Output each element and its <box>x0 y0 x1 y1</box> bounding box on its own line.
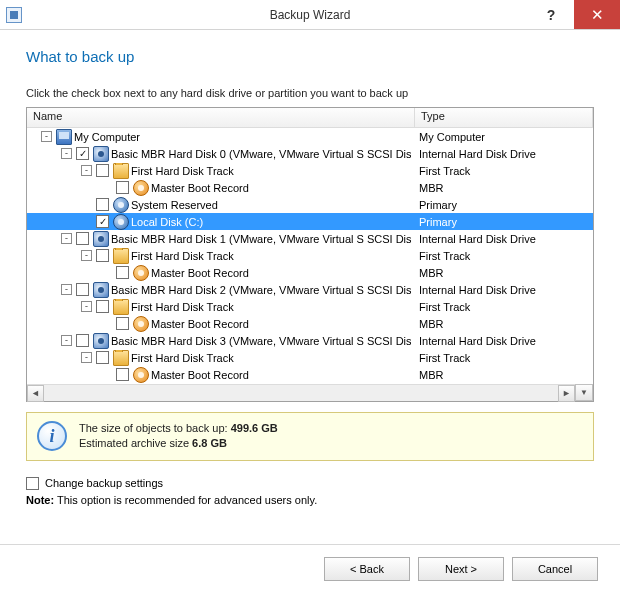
instruction-text: Click the check box next to any hard dis… <box>26 87 594 99</box>
cancel-button[interactable]: Cancel <box>512 557 598 581</box>
scroll-down-button[interactable]: ▼ <box>575 384 593 401</box>
expand-toggle[interactable]: - <box>81 165 92 176</box>
note-row: Note: This option is recommended for adv… <box>26 494 594 506</box>
disk-tree: Name Type -My ComputerMy Computer-Basic … <box>26 107 594 402</box>
tree-checkbox[interactable] <box>116 368 129 381</box>
tree-item-type: MBR <box>415 369 593 381</box>
expand-toggle[interactable]: - <box>81 352 92 363</box>
tree-row[interactable]: -First Hard Disk TrackFirst Track <box>27 349 593 366</box>
tree-item-type: MBR <box>415 182 593 194</box>
tree-item-type: First Track <box>415 165 593 177</box>
expand-toggle[interactable]: - <box>61 284 72 295</box>
tree-item-label: Basic MBR Hard Disk 2 (VMware, VMware Vi… <box>111 284 411 296</box>
close-button[interactable]: ✕ <box>574 0 620 29</box>
titlebar: Backup Wizard ? ✕ <box>0 0 620 30</box>
tree-row[interactable]: Master Boot RecordMBR <box>27 315 593 332</box>
info-archive-value: 6.8 GB <box>192 437 227 449</box>
folder-icon <box>113 299 129 315</box>
mbr-icon <box>133 367 149 383</box>
tree-item-label: Local Disk (C:) <box>131 216 203 228</box>
tree-checkbox[interactable] <box>116 266 129 279</box>
info-size-label: The size of objects to back up: <box>79 422 231 434</box>
info-panel: The size of objects to back up: 499.6 GB… <box>26 412 594 461</box>
expand-toggle[interactable]: - <box>81 301 92 312</box>
column-header-name[interactable]: Name <box>27 108 415 127</box>
vol-icon <box>113 197 129 213</box>
tree-row[interactable]: -Basic MBR Hard Disk 1 (VMware, VMware V… <box>27 230 593 247</box>
info-icon <box>37 421 67 451</box>
tree-item-label: Basic MBR Hard Disk 0 (VMware, VMware Vi… <box>111 148 411 160</box>
tree-item-label: First Hard Disk Track <box>131 165 234 177</box>
tree-header: Name Type <box>27 108 593 128</box>
tree-row[interactable]: -Basic MBR Hard Disk 0 (VMware, VMware V… <box>27 145 593 162</box>
tree-row[interactable]: Master Boot RecordMBR <box>27 264 593 281</box>
tree-item-type: MBR <box>415 267 593 279</box>
change-settings-checkbox[interactable] <box>26 477 39 490</box>
tree-item-label: First Hard Disk Track <box>131 301 234 313</box>
tree-row[interactable]: System ReservedPrimary <box>27 196 593 213</box>
tree-item-type: Primary <box>415 216 593 228</box>
tree-item-type: Internal Hard Disk Drive <box>415 335 593 347</box>
tree-row[interactable]: Master Boot RecordMBR <box>27 366 593 383</box>
tree-row[interactable]: Local Disk (C:)Primary <box>27 213 593 230</box>
tree-row[interactable]: Master Boot RecordMBR <box>27 179 593 196</box>
app-icon <box>6 7 22 23</box>
folder-icon <box>113 248 129 264</box>
expand-toggle[interactable]: - <box>61 148 72 159</box>
window-title: Backup Wizard <box>270 8 351 22</box>
tree-checkbox[interactable] <box>116 181 129 194</box>
tree-checkbox[interactable] <box>76 334 89 347</box>
expand-toggle[interactable]: - <box>61 335 72 346</box>
tree-checkbox[interactable] <box>116 317 129 330</box>
tree-item-type: First Track <box>415 352 593 364</box>
tree-item-label: First Hard Disk Track <box>131 250 234 262</box>
tree-item-label: System Reserved <box>131 199 218 211</box>
tree-checkbox[interactable] <box>96 300 109 313</box>
tree-row[interactable]: -My ComputerMy Computer <box>27 128 593 145</box>
tree-checkbox[interactable] <box>96 351 109 364</box>
tree-item-label: Master Boot Record <box>151 369 249 381</box>
tree-checkbox[interactable] <box>76 147 89 160</box>
change-settings-row: Change backup settings <box>26 477 594 490</box>
mbr-icon <box>133 316 149 332</box>
computer-icon <box>56 129 72 145</box>
tree-checkbox[interactable] <box>96 215 109 228</box>
tree-checkbox[interactable] <box>96 249 109 262</box>
tree-checkbox[interactable] <box>76 283 89 296</box>
tree-checkbox[interactable] <box>96 198 109 211</box>
tree-item-type: My Computer <box>415 131 593 143</box>
tree-item-type: Internal Hard Disk Drive <box>415 148 593 160</box>
next-button[interactable]: Next > <box>418 557 504 581</box>
disk-icon <box>93 146 109 162</box>
folder-icon <box>113 163 129 179</box>
tree-checkbox[interactable] <box>96 164 109 177</box>
wizard-footer: < Back Next > Cancel <box>0 544 620 593</box>
column-header-type[interactable]: Type <box>415 108 593 127</box>
change-settings-label[interactable]: Change backup settings <box>45 477 163 489</box>
page-heading: What to back up <box>26 48 594 65</box>
tree-row[interactable]: -Basic MBR Hard Disk 3 (VMware, VMware V… <box>27 332 593 349</box>
tree-row[interactable]: -First Hard Disk TrackFirst Track <box>27 247 593 264</box>
expand-toggle[interactable]: - <box>81 250 92 261</box>
help-button[interactable]: ? <box>528 0 574 29</box>
note-label: Note: <box>26 494 54 506</box>
disk-icon <box>93 231 109 247</box>
expand-toggle[interactable]: - <box>61 233 72 244</box>
folder-icon <box>113 350 129 366</box>
info-text: The size of objects to back up: 499.6 GB… <box>79 421 278 452</box>
tree-item-label: Basic MBR Hard Disk 1 (VMware, VMware Vi… <box>111 233 411 245</box>
tree-row[interactable]: -First Hard Disk TrackFirst Track <box>27 162 593 179</box>
tree-row[interactable]: -Basic MBR Hard Disk 2 (VMware, VMware V… <box>27 281 593 298</box>
scroll-left-button[interactable]: ◄ <box>27 385 44 402</box>
horizontal-scrollbar[interactable]: ◄ ► <box>27 384 575 401</box>
scroll-track[interactable] <box>44 385 558 401</box>
tree-checkbox[interactable] <box>76 232 89 245</box>
tree-row[interactable]: -First Hard Disk TrackFirst Track <box>27 298 593 315</box>
expand-toggle[interactable]: - <box>41 131 52 142</box>
scroll-right-button[interactable]: ► <box>558 385 575 402</box>
tree-item-label: My Computer <box>74 131 140 143</box>
tree-item-type: Primary <box>415 199 593 211</box>
back-button[interactable]: < Back <box>324 557 410 581</box>
tree-item-label: Master Boot Record <box>151 182 249 194</box>
mbr-icon <box>133 180 149 196</box>
